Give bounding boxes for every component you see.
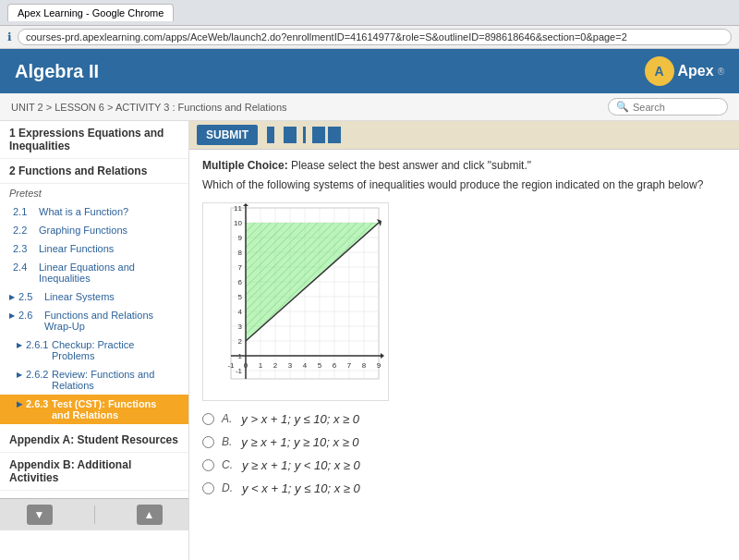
svg-text:7: 7	[347, 361, 352, 370]
svg-text:6: 6	[238, 278, 243, 286]
apex-logo-text: Apex	[678, 63, 714, 79]
sidebar-item-2.6.2[interactable]: 2.6.2 Review: Functions and Relations	[0, 365, 188, 395]
choice-d-text: y < x + 1; y ≤ 10; x ≥ 0	[242, 481, 360, 495]
radio-c[interactable]	[202, 459, 214, 471]
svg-text:2: 2	[273, 361, 278, 370]
sidebar: 1 Expressions Equations and Inequalities…	[0, 121, 189, 560]
graph-container: -1 0 1 2 3 4 5 6 7 8 9 11 10 9 8 7	[202, 202, 389, 401]
svg-text:4: 4	[303, 361, 308, 370]
submit-button[interactable]: SUBMIT	[197, 125, 258, 145]
svg-text:6: 6	[333, 361, 337, 370]
svg-text:5: 5	[238, 293, 243, 301]
search-box[interactable]: 🔍	[608, 98, 728, 116]
answer-choice-d[interactable]: D. y < x + 1; y ≤ 10; x ≥ 0	[202, 481, 726, 495]
radio-d[interactable]	[202, 482, 214, 494]
svg-marker-29	[381, 353, 384, 359]
svg-text:3: 3	[288, 361, 293, 370]
answer-choice-a[interactable]: A. y > x + 1; y ≤ 10; x ≥ 0	[202, 412, 726, 426]
sidebar-item-2.1[interactable]: 2.1 What is a Function?	[0, 202, 188, 221]
sidebar-appendix-b[interactable]: Appendix B: Additional Activities	[0, 453, 188, 491]
svg-text:11: 11	[234, 204, 242, 213]
question-text: Which of the following systems of inequa…	[202, 177, 726, 193]
sidebar-divider	[94, 505, 95, 524]
toolbar-separator-2	[303, 127, 306, 143]
svg-text:4: 4	[238, 308, 243, 316]
svg-text:5: 5	[318, 361, 322, 370]
content-area: SUBMIT Multiple Choice: Please select th…	[189, 121, 739, 560]
question-type-label: Multiple Choice: Please select the best …	[202, 159, 726, 172]
browser-tab[interactable]: Apex Learning - Google Chrome	[7, 4, 174, 21]
breadcrumb: UNIT 2 > LESSON 6 > ACTIVITY 3 : Functio…	[11, 102, 287, 113]
svg-text:1: 1	[238, 352, 243, 360]
address-bar: ℹ courses-prd.apexlearning.com/apps/AceW…	[0, 26, 739, 49]
graph-svg: -1 0 1 2 3 4 5 6 7 8 9 11 10 9 8 7	[203, 203, 388, 397]
choice-a-text: y > x + 1; y ≤ 10; x ≥ 0	[241, 412, 359, 426]
svg-text:7: 7	[238, 263, 243, 272]
choice-c-text: y ≥ x + 1; y < 10; x ≥ 0	[242, 458, 360, 472]
content-scroll: Multiple Choice: Please select the best …	[189, 150, 739, 560]
svg-text:8: 8	[362, 361, 367, 370]
browser-title-bar: Apex Learning - Google Chrome	[0, 0, 739, 26]
sidebar-item-2.3[interactable]: 2.3 Linear Functions	[0, 239, 188, 258]
svg-text:9: 9	[377, 361, 382, 370]
info-icon: ℹ	[7, 30, 12, 43]
radio-a[interactable]	[202, 413, 214, 425]
sidebar-section-1[interactable]: 1 Expressions Equations and Inequalities	[0, 121, 188, 159]
svg-text:8: 8	[238, 249, 243, 257]
sidebar-item-2.5[interactable]: 2.5 Linear Systems	[0, 287, 188, 306]
sidebar-item-2.4[interactable]: 2.4 Linear Equations and Inequalities	[0, 258, 188, 287]
svg-text:2: 2	[238, 337, 243, 346]
svg-marker-30	[243, 203, 248, 206]
sidebar-pretest: Pretest	[0, 184, 188, 202]
app-header: Algebra II A Apex ®	[0, 49, 739, 93]
sidebar-section-2[interactable]: 2 Functions and Relations	[0, 159, 188, 184]
address-text[interactable]: courses-prd.apexlearning.com/apps/AceWeb…	[18, 29, 732, 45]
toolbar-separator-1	[267, 127, 274, 143]
app-title: Algebra II	[15, 61, 99, 82]
main-layout: 1 Expressions Equations and Inequalities…	[0, 121, 739, 560]
apex-logo-icon: A	[645, 56, 674, 86]
content-toolbar: SUBMIT	[189, 121, 739, 150]
search-icon: 🔍	[616, 101, 629, 113]
sidebar-item-2.6.1[interactable]: 2.6.1 Checkup: Practice Problems	[0, 335, 188, 365]
search-input[interactable]	[633, 102, 716, 113]
radio-b[interactable]	[202, 436, 214, 448]
apex-logo: A Apex ®	[645, 56, 725, 86]
answer-choice-b[interactable]: B. y ≥ x + 1; y ≥ 10; x ≥ 0	[202, 435, 726, 449]
svg-text:10: 10	[234, 219, 242, 227]
svg-text:-1: -1	[227, 361, 235, 370]
svg-text:0: 0	[244, 361, 248, 370]
sidebar-item-2.6[interactable]: 2.6 Functions and Relations Wrap-Up	[0, 306, 188, 335]
sub-header: UNIT 2 > LESSON 6 > ACTIVITY 3 : Functio…	[0, 93, 739, 121]
answer-choice-c[interactable]: C. y ≥ x + 1; y < 10; x ≥ 0	[202, 458, 726, 472]
toolbar-icon-btn-2[interactable]	[312, 127, 325, 143]
sidebar-appendix-a[interactable]: Appendix A: Student Resources	[0, 428, 188, 453]
svg-text:-1: -1	[236, 367, 243, 375]
choice-b-text: y ≥ x + 1; y ≥ 10; x ≥ 0	[241, 435, 358, 449]
svg-text:1: 1	[259, 361, 263, 370]
toolbar-icon-btn-3[interactable]	[328, 127, 341, 143]
svg-text:9: 9	[238, 234, 243, 242]
sidebar-nav-down-button[interactable]: ▼	[27, 505, 53, 525]
sidebar-item-2.2[interactable]: 2.2 Graphing Functions	[0, 221, 188, 239]
sidebar-nav-up-button[interactable]: ▲	[137, 505, 163, 525]
sidebar-item-2.6.3[interactable]: 2.6.3 Test (CST): Functions and Relation…	[0, 395, 188, 424]
svg-text:3: 3	[238, 323, 243, 331]
toolbar-icon-btn-1[interactable]	[284, 127, 297, 143]
